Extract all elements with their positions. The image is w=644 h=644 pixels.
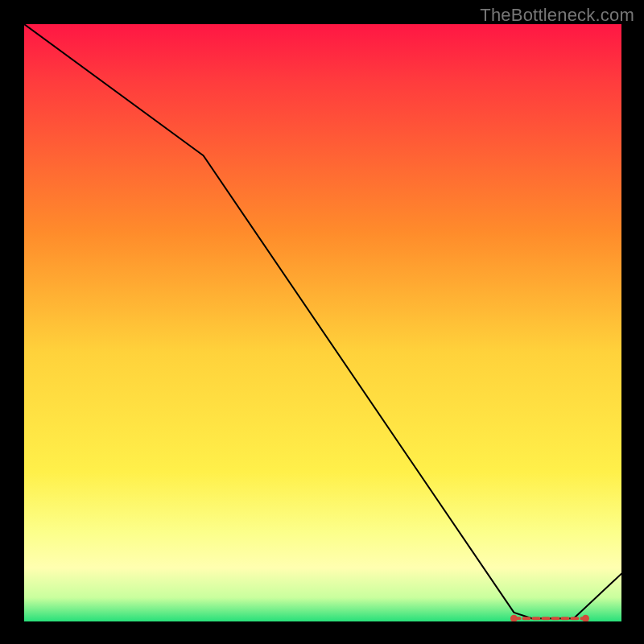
watermark-text: TheBottleneck.com xyxy=(480,5,634,26)
chart-plot-area xyxy=(24,24,621,621)
chart-svg xyxy=(24,24,621,621)
chart-frame: TheBottleneck.com xyxy=(0,0,644,644)
chart-background xyxy=(24,24,621,621)
